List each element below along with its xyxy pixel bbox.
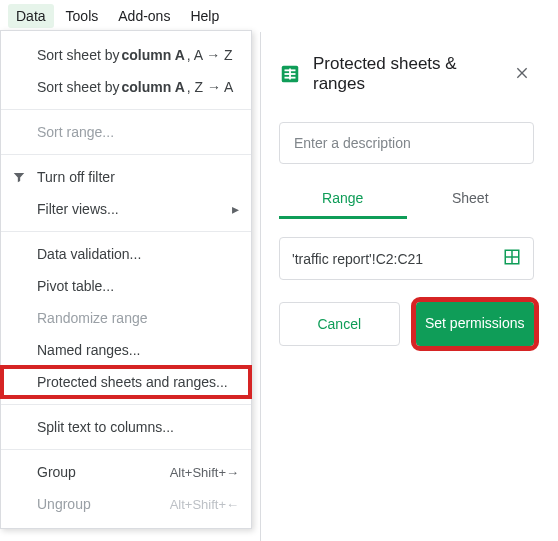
protected-ranges-panel: Protected sheets & ranges Range Sheet 't… — [260, 32, 552, 541]
menu-pivot-table[interactable]: Pivot table... — [1, 270, 251, 302]
range-value: 'traffic report'!C2:C21 — [292, 251, 503, 267]
menu-addons[interactable]: Add-ons — [110, 4, 178, 28]
label: Ungroup — [37, 496, 91, 512]
separator — [1, 109, 251, 110]
menu-data[interactable]: Data — [8, 4, 54, 28]
text: , Z → A — [187, 79, 234, 95]
text: , A → Z — [187, 47, 233, 63]
range-input[interactable]: 'traffic report'!C2:C21 — [279, 237, 534, 280]
svg-rect-4 — [289, 69, 291, 80]
cancel-button[interactable]: Cancel — [279, 302, 400, 346]
description-input[interactable] — [279, 122, 534, 164]
menu-ungroup: Ungroup Alt+Shift+← — [1, 488, 251, 520]
tab-sheet[interactable]: Sheet — [407, 180, 535, 219]
set-permissions-button[interactable]: Set permissions — [416, 302, 535, 346]
sheets-icon — [279, 63, 301, 85]
label: Group — [37, 464, 76, 480]
menubar: Data Tools Add-ons Help — [0, 0, 558, 32]
separator — [1, 404, 251, 405]
separator — [1, 231, 251, 232]
menu-filter-views[interactable]: Filter views... ▸ — [1, 193, 251, 225]
text: Sort sheet by — [37, 79, 120, 95]
menu-sort-range: Sort range... — [1, 116, 251, 148]
chevron-right-icon: ▸ — [232, 201, 239, 217]
menu-protected-sheets[interactable]: Protected sheets and ranges... — [1, 366, 251, 398]
label: Filter views... — [37, 201, 119, 217]
button-row: Cancel Set permissions — [279, 302, 534, 346]
separator — [1, 449, 251, 450]
label: Turn off filter — [37, 169, 115, 185]
menu-sort-za[interactable]: Sort sheet by column A , Z → A — [1, 71, 251, 103]
menu-data-validation[interactable]: Data validation... — [1, 238, 251, 270]
menu-sort-az[interactable]: Sort sheet by column A , A → Z — [1, 39, 251, 71]
menu-named-ranges[interactable]: Named ranges... — [1, 334, 251, 366]
text-bold: column A — [122, 79, 185, 95]
tabs: Range Sheet — [279, 180, 534, 219]
menu-tools[interactable]: Tools — [58, 4, 107, 28]
filter-icon — [11, 169, 27, 185]
separator — [1, 154, 251, 155]
menu-split-text[interactable]: Split text to columns... — [1, 411, 251, 443]
select-range-icon[interactable] — [503, 248, 521, 269]
tab-range[interactable]: Range — [279, 180, 407, 219]
close-icon[interactable] — [510, 61, 534, 88]
data-menu-dropdown: Sort sheet by column A , A → Z Sort shee… — [0, 30, 252, 529]
shortcut: Alt+Shift+← — [170, 497, 239, 512]
panel-header: Protected sheets & ranges — [279, 54, 534, 94]
text-bold: column A — [122, 47, 185, 63]
panel-title: Protected sheets & ranges — [313, 54, 510, 94]
menu-turn-off-filter[interactable]: Turn off filter — [1, 161, 251, 193]
menu-group[interactable]: Group Alt+Shift+→ — [1, 456, 251, 488]
menu-help[interactable]: Help — [182, 4, 227, 28]
menu-randomize-range: Randomize range — [1, 302, 251, 334]
text: Sort sheet by — [37, 47, 120, 63]
shortcut: Alt+Shift+→ — [170, 465, 239, 480]
